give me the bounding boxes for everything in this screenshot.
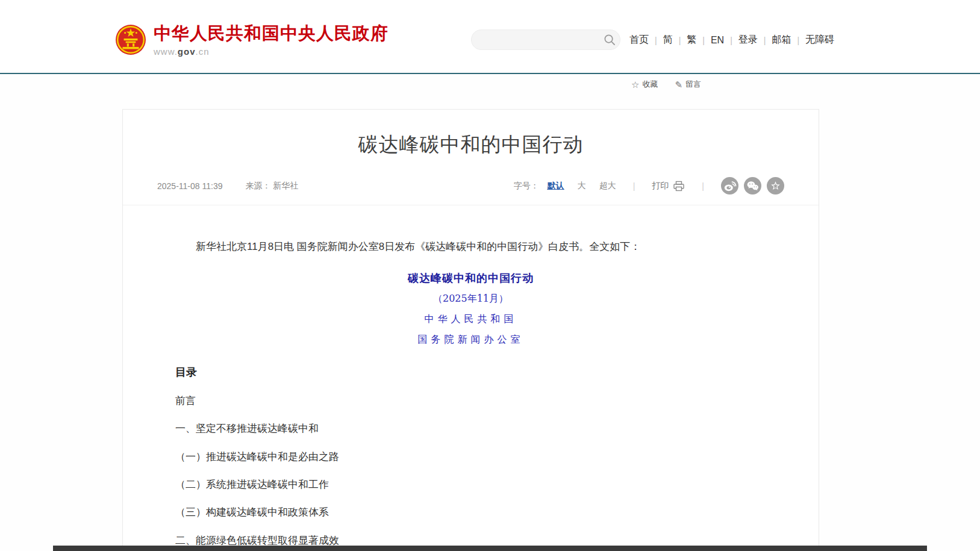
document-issuer-line2: 国务院新闻办公室 <box>175 334 766 346</box>
printer-icon <box>673 181 685 191</box>
nav-mail[interactable]: 邮箱 <box>772 34 791 46</box>
footer-top-bar <box>53 546 927 551</box>
source-group: 来源： 新华社 <box>245 181 298 191</box>
site-url-cn: .cn <box>196 46 210 57</box>
source-label: 来源： <box>245 181 270 190</box>
nav-traditional[interactable]: 繁 <box>687 34 696 46</box>
publish-date: 2025-11-08 11:39 <box>157 181 222 191</box>
nav-separator: | <box>797 36 799 45</box>
toc-item-section1[interactable]: 一、坚定不移推进碳达峰碳中和 <box>175 423 766 435</box>
search-box <box>471 30 620 50</box>
nav-simplified[interactable]: 简 <box>663 34 673 46</box>
nav-separator: | <box>730 36 732 45</box>
favorite-label: 收藏 <box>642 79 658 90</box>
print-button[interactable]: 打印 <box>652 181 685 191</box>
nav-separator: | <box>655 36 657 45</box>
meta-left: 2025-11-08 11:39 来源： 新华社 <box>157 181 298 191</box>
site-url-www: www. <box>154 46 178 57</box>
favorite-button[interactable]: ☆ 收藏 <box>631 79 658 90</box>
message-label: 留言 <box>685 79 701 90</box>
wechat-share-icon[interactable] <box>744 177 761 195</box>
document-date: （2025年11月） <box>175 293 766 305</box>
star-share-icon[interactable] <box>767 177 784 195</box>
top-nav: 首页 | 简 | 繁 | EN | 登录 | 邮箱 | 无障碍 <box>629 30 834 50</box>
meta-separator: | <box>633 181 635 191</box>
article-meta-bar: 2025-11-08 11:39 来源： 新华社 字号： 默认 大 超大 | 打… <box>123 177 819 205</box>
lead-paragraph: 新华社北京11月8日电 国务院新闻办公室8日发布《碳达峰碳中和的中国行动》白皮书… <box>175 239 766 255</box>
site-logo[interactable]: 中华人民共和国中央人民政府 www.gov.cn <box>115 24 389 57</box>
fontsize-large[interactable]: 大 <box>578 181 586 191</box>
nav-separator: | <box>764 36 766 45</box>
toc-heading: 目录 <box>175 365 766 379</box>
national-emblem-icon <box>115 24 146 55</box>
fontsize-xlarge[interactable]: 超大 <box>599 181 616 191</box>
quickbar: ☆ 收藏 ✎ 留言 <box>631 79 701 90</box>
document-issuer-line1: 中华人民共和国 <box>175 313 766 326</box>
nav-separator: | <box>702 36 705 45</box>
toc-item-section1-1[interactable]: （一）推进碳达峰碳中和是必由之路 <box>175 451 766 463</box>
nav-login[interactable]: 登录 <box>738 34 758 46</box>
weibo-share-icon[interactable] <box>721 177 738 195</box>
site-url: www.gov.cn <box>154 46 389 57</box>
article-card: 碳达峰碳中和的中国行动 2025-11-08 11:39 来源： 新华社 字号：… <box>122 109 819 551</box>
message-button[interactable]: ✎ 留言 <box>675 79 701 90</box>
site-header: 中华人民共和国中央人民政府 www.gov.cn 首页 | 简 | 繁 | EN… <box>0 0 980 73</box>
fontsize-default[interactable]: 默认 <box>548 181 564 191</box>
pencil-icon: ✎ <box>675 80 682 89</box>
page: 中华人民共和国中央人民政府 www.gov.cn 首页 | 简 | 繁 | EN… <box>0 0 980 551</box>
document-title: 碳达峰碳中和的中国行动 <box>175 271 766 285</box>
share-icons <box>721 177 784 195</box>
toc-item-section1-3[interactable]: （三）构建碳达峰碳中和政策体系 <box>175 506 766 518</box>
search-input[interactable] <box>472 30 599 49</box>
site-title-block: 中华人民共和国中央人民政府 www.gov.cn <box>154 24 389 57</box>
toc-item-section1-2[interactable]: （二）系统推进碳达峰碳中和工作 <box>175 479 766 491</box>
header-divider <box>0 73 980 74</box>
article-title: 碳达峰碳中和的中国行动 <box>123 110 819 157</box>
site-title: 中华人民共和国中央人民政府 <box>154 24 389 43</box>
nav-english[interactable]: EN <box>711 35 724 46</box>
meta-right: 字号： 默认 大 超大 | 打印 | <box>514 177 784 195</box>
nav-accessibility[interactable]: 无障碍 <box>805 34 834 46</box>
source-value[interactable]: 新华社 <box>273 181 298 190</box>
site-url-gov: gov <box>178 46 196 57</box>
fontsize-label: 字号： <box>514 181 539 191</box>
article-body: 新华社北京11月8日电 国务院新闻办公室8日发布《碳达峰碳中和的中国行动》白皮书… <box>175 239 766 551</box>
nav-home[interactable]: 首页 <box>629 34 649 46</box>
star-outline-icon: ☆ <box>631 80 639 89</box>
toc-item-preface[interactable]: 前言 <box>175 395 766 407</box>
nav-separator: | <box>679 36 681 45</box>
search-icon <box>604 34 616 46</box>
meta-separator: | <box>702 181 704 191</box>
print-label: 打印 <box>652 181 669 191</box>
search-button[interactable] <box>599 30 620 50</box>
